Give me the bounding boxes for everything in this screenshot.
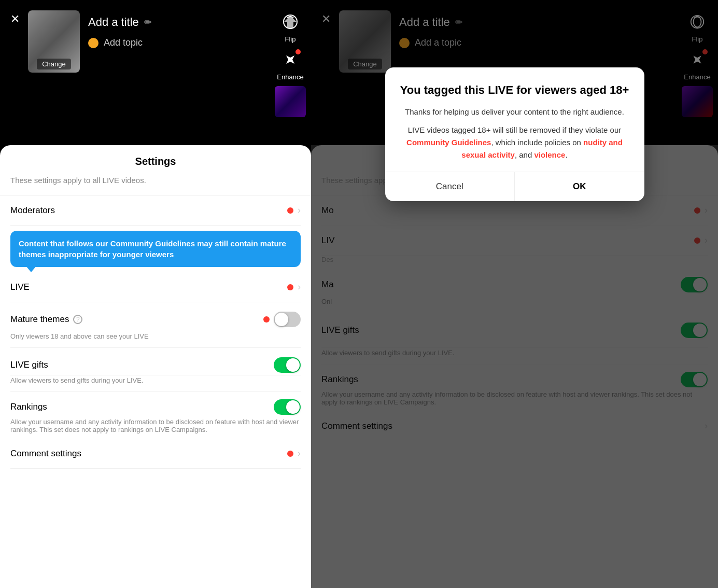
modal-overlay: You tagged this LIVE for viewers aged 18… bbox=[311, 0, 718, 588]
mature-right bbox=[263, 312, 301, 327]
enhance-label-left: Enhance bbox=[277, 73, 303, 81]
moderators-right: › bbox=[287, 205, 301, 216]
mature-desc: Only viewers 18 and above can see your L… bbox=[10, 332, 301, 348]
right-panel: ✕ Change Add a title ✏ Add a topic bbox=[311, 0, 718, 588]
thumbnail-preview-left[interactable] bbox=[275, 86, 306, 117]
comment-chevron: › bbox=[298, 448, 301, 459]
topic-text-left: Add topic bbox=[104, 37, 143, 48]
settings-subtitle: These settings apply to all LIVE videos. bbox=[10, 176, 301, 185]
close-button-left[interactable]: ✕ bbox=[10, 12, 20, 26]
live-chevron: › bbox=[298, 282, 301, 292]
modal-dialog: You tagged this LIVE for viewers aged 18… bbox=[385, 67, 644, 201]
live-gifts-toggle-thumb bbox=[286, 358, 300, 372]
live-gifts-row[interactable]: LIVE gifts bbox=[10, 348, 301, 375]
settings-panel-left: Settings These settings apply to all LIV… bbox=[0, 145, 311, 588]
moderators-label: Moderators bbox=[10, 205, 55, 216]
moderators-red-dot bbox=[287, 207, 293, 214]
comment-label: Comment settings bbox=[10, 449, 81, 459]
live-row[interactable]: LIVE › bbox=[10, 272, 301, 302]
mature-question-icon[interactable]: ? bbox=[73, 315, 82, 324]
modal-body2-mid: , which include policies on bbox=[491, 138, 583, 147]
live-red-dot bbox=[287, 284, 293, 290]
modal-body2-pre: LIVE videos tagged 18+ will still be rem… bbox=[408, 125, 621, 134]
tooltip-box: Content that follows our Community Guide… bbox=[10, 231, 301, 267]
modal-body2-and: , and bbox=[515, 150, 534, 159]
settings-title: Settings bbox=[10, 156, 301, 167]
rankings-toggle-thumb bbox=[286, 400, 300, 414]
live-label: LIVE bbox=[10, 282, 30, 292]
cancel-button[interactable]: Cancel bbox=[385, 172, 515, 201]
moderators-chevron: › bbox=[298, 205, 301, 216]
rankings-label: Rankings bbox=[10, 402, 47, 412]
left-top-bar: ✕ Change Add a title ✏ Add topic bbox=[0, 0, 311, 145]
modal-body2-end: . bbox=[565, 150, 567, 159]
mature-toggle-thumb bbox=[275, 313, 288, 326]
mature-label: Mature themes bbox=[10, 314, 69, 325]
title-section-left: Add a title ✏ Add topic bbox=[88, 10, 301, 48]
mature-toggle[interactable] bbox=[274, 312, 301, 327]
mature-row: Mature themes ? Only viewers 18 and abov… bbox=[10, 302, 301, 348]
enhance-icon-left bbox=[279, 48, 302, 71]
topic-row-left[interactable]: Add topic bbox=[88, 37, 301, 48]
right-tools-left: Flip Enhance bbox=[275, 10, 306, 117]
moderators-row[interactable]: Moderators › bbox=[10, 195, 301, 226]
live-right: › bbox=[287, 282, 301, 292]
community-guidelines-link[interactable]: Community Guidelines bbox=[406, 138, 491, 147]
flip-icon-left bbox=[279, 10, 302, 33]
comment-settings-row[interactable]: Comment settings › bbox=[10, 439, 301, 469]
enhance-tool-left[interactable]: Enhance bbox=[277, 48, 303, 81]
modal-body1: Thanks for helping us deliver your conte… bbox=[398, 106, 632, 118]
change-label-left[interactable]: Change bbox=[37, 59, 71, 69]
thumbnail-left[interactable]: Change bbox=[28, 10, 80, 73]
enhance-red-dot bbox=[295, 49, 301, 54]
tooltip-arrow bbox=[26, 266, 36, 272]
live-gifts-desc: Allow viewers to send gifts during your … bbox=[10, 376, 301, 392]
rankings-toggle[interactable] bbox=[274, 399, 301, 415]
live-gifts-toggle[interactable] bbox=[274, 357, 301, 373]
comment-red-dot bbox=[287, 451, 293, 457]
mature-red-dot bbox=[263, 316, 270, 323]
mature-top: Mature themes ? bbox=[10, 302, 301, 331]
comment-right: › bbox=[287, 448, 301, 459]
ok-button[interactable]: OK bbox=[515, 172, 644, 201]
modal-actions: Cancel OK bbox=[385, 172, 644, 201]
edit-icon-left[interactable]: ✏ bbox=[144, 17, 152, 28]
flip-tool-left[interactable]: Flip bbox=[279, 10, 302, 43]
mature-label-row: Mature themes ? bbox=[10, 314, 82, 325]
title-row-left: Add a title ✏ bbox=[88, 16, 301, 29]
tooltip-text: Content that follows our Community Guide… bbox=[19, 239, 286, 259]
modal-title: You tagged this LIVE for viewers aged 18… bbox=[398, 83, 632, 98]
violence-link[interactable]: violence bbox=[534, 150, 565, 159]
left-panel: ✕ Change Add a title ✏ Add topic bbox=[0, 0, 311, 588]
modal-body2: LIVE videos tagged 18+ will still be rem… bbox=[398, 124, 632, 161]
title-text-left[interactable]: Add a title bbox=[88, 16, 139, 29]
flip-label-left: Flip bbox=[285, 35, 296, 43]
live-gifts-label: LIVE gifts bbox=[10, 360, 48, 370]
rankings-desc: Allow your username and any activity inf… bbox=[10, 418, 301, 433]
rankings-section: Rankings Allow your username and any act… bbox=[10, 392, 301, 433]
topic-dot-left bbox=[88, 38, 98, 48]
